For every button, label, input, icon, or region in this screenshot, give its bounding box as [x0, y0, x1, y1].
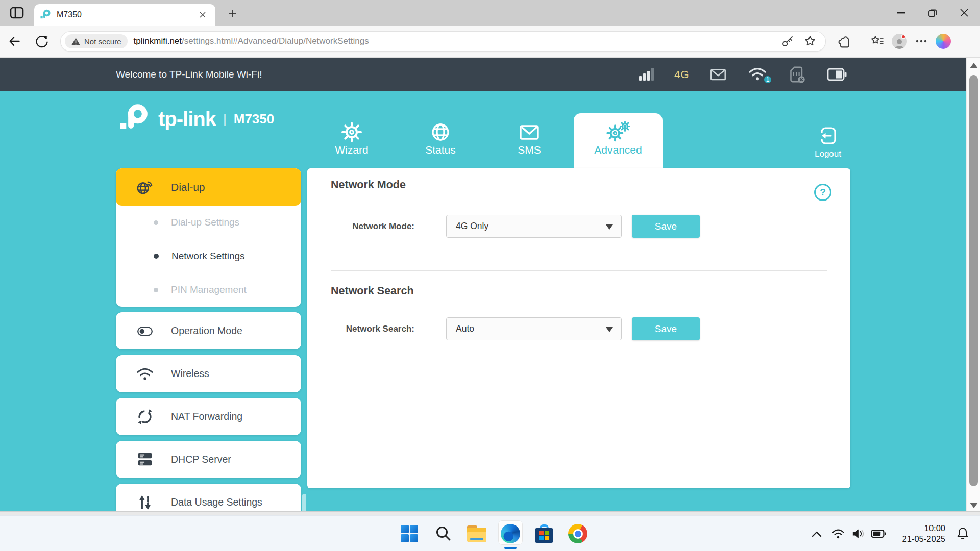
url-text: tplinkmifi.net/settings.html#Advanced/Di…: [134, 36, 369, 46]
settings-panel: Network Mode ? Network Mode: 4G Only Sav…: [307, 168, 850, 488]
system-tray: 10:00 21-05-2025: [805, 516, 973, 551]
tab-wizard[interactable]: Wizard: [307, 91, 396, 168]
chevron-down-icon: [606, 327, 613, 332]
scroll-down-icon[interactable]: [970, 503, 978, 508]
favorite-star-icon[interactable]: [801, 32, 819, 51]
tab-advanced[interactable]: Advanced: [574, 91, 663, 168]
security-label: Not secure: [84, 37, 121, 46]
sidebar-item-label: Data Usage Settings: [171, 496, 262, 508]
sidebar-item-label: Operation Mode: [171, 325, 242, 337]
close-icon[interactable]: [948, 0, 980, 26]
tray-wifi-icon[interactable]: [828, 516, 848, 551]
network-search-value: Auto: [456, 323, 474, 334]
tab-close-icon[interactable]: [196, 8, 209, 21]
mail-icon: [709, 68, 727, 81]
save-button[interactable]: Save: [632, 215, 700, 238]
server-icon: [136, 451, 154, 468]
scroll-up-icon[interactable]: [970, 63, 978, 68]
data-usage-icon: [136, 494, 154, 511]
envelope-icon: [485, 120, 574, 144]
scrollbar-vertical[interactable]: [966, 58, 980, 511]
sidebar-scrollbar[interactable]: [302, 494, 306, 511]
section-divider: [331, 270, 827, 271]
network-search-select[interactable]: Auto: [446, 317, 622, 340]
store-icon[interactable]: [527, 516, 561, 551]
sidebar-subitem-dialup-settings[interactable]: Dial-up Settings: [116, 206, 301, 239]
gears-icon: [574, 120, 663, 144]
dialup-globe-icon: [136, 179, 154, 196]
minimize-icon[interactable]: [885, 0, 917, 26]
favorites-bar-icon[interactable]: [868, 32, 887, 51]
wifi-icon: 1: [747, 66, 768, 83]
address-bar[interactable]: Not secure tplinkmifi.net/settings.html#…: [60, 31, 826, 52]
tray-volume-icon[interactable]: [848, 516, 868, 551]
sidebar-subitem-network-settings[interactable]: Network Settings: [116, 239, 301, 273]
bullet-icon: [154, 220, 158, 225]
tab-status[interactable]: Status: [396, 91, 485, 168]
chevron-down-icon: [606, 224, 613, 230]
bullet-icon: [154, 288, 158, 292]
warning-icon: [71, 37, 81, 46]
screen: M7350: [0, 0, 980, 551]
restore-icon[interactable]: [917, 0, 948, 26]
sidebar-item-dhcp-server[interactable]: DHCP Server: [116, 441, 301, 478]
model-text: M7350: [234, 111, 275, 127]
tab-label: Wizard: [307, 144, 396, 156]
sidebar-item-label: Dial-up: [171, 181, 205, 193]
subitem-label: Dial-up Settings: [171, 217, 239, 228]
sidebar-item-label: Wireless: [171, 368, 209, 380]
profile-notification-dot: [901, 34, 906, 39]
extensions-icon[interactable]: [835, 32, 853, 51]
back-icon[interactable]: [4, 31, 24, 52]
sidebar-item-nat-forwarding[interactable]: NAT Forwarding: [116, 398, 301, 435]
sidebar-item-wireless[interactable]: Wireless: [116, 355, 301, 392]
help-icon[interactable]: ?: [814, 184, 831, 201]
wifi-client-badge: 1: [763, 75, 772, 84]
sidebar-item-operation-mode[interactable]: Operation Mode: [116, 312, 301, 349]
subitem-label: Network Settings: [172, 251, 245, 262]
sidebar-item-data-usage[interactable]: Data Usage Settings: [116, 484, 301, 511]
sidebar-item-label: DHCP Server: [171, 454, 231, 465]
brand-separator: |: [223, 111, 227, 127]
more-icon[interactable]: [912, 32, 930, 51]
person-icon: [893, 38, 905, 49]
scrollbar-thumb[interactable]: [969, 75, 978, 486]
tab-actions-icon[interactable]: [6, 4, 28, 21]
chrome-icon[interactable]: [561, 516, 595, 551]
profile-avatar[interactable]: [892, 34, 907, 49]
chevron-up-icon[interactable]: [805, 516, 828, 551]
copilot-icon[interactable]: [936, 34, 951, 49]
file-explorer-icon[interactable]: [460, 516, 494, 551]
wireless-icon: [136, 366, 154, 382]
refresh-icon[interactable]: [32, 31, 52, 52]
sidebar-subitem-pin-management[interactable]: PIN Management: [116, 273, 301, 307]
new-tab-icon[interactable]: [224, 6, 241, 21]
welcome-text: Welcome to TP-Link Mobile Wi-Fi!: [116, 69, 262, 80]
tray-battery-icon[interactable]: [868, 516, 889, 551]
tab-label: Advanced: [574, 144, 663, 156]
network-mode-row: Network Mode: 4G Only Save: [331, 215, 700, 238]
network-mode-select[interactable]: 4G Only: [446, 215, 622, 238]
page-bottom-strip: [0, 511, 980, 515]
key-icon[interactable]: [778, 32, 797, 51]
edge-icon[interactable]: [494, 516, 527, 551]
start-icon[interactable]: [393, 516, 426, 551]
logout-button[interactable]: Logout: [804, 126, 851, 159]
save-button[interactable]: Save: [632, 317, 700, 340]
section-title-network-search: Network Search: [331, 285, 414, 297]
section-title-network-mode: Network Mode: [331, 179, 406, 191]
network-mode-value: 4G Only: [456, 221, 488, 232]
search-icon[interactable]: [426, 516, 460, 551]
browser-tab[interactable]: M7350: [34, 4, 215, 26]
toolbar-divider: [861, 35, 861, 47]
tab-sms[interactable]: SMS: [485, 91, 574, 168]
gear-icon: [307, 120, 396, 144]
device-status-bar: Welcome to TP-Link Mobile Wi-Fi! 4G 1: [0, 58, 966, 91]
taskbar-clock[interactable]: 10:00 21-05-2025: [902, 523, 945, 544]
bell-icon[interactable]: [952, 516, 973, 551]
security-chip[interactable]: Not secure: [65, 34, 128, 48]
logout-label: Logout: [815, 149, 841, 159]
sidebar-item-dialup[interactable]: Dial-up: [116, 168, 301, 206]
sidebar-group-dialup: Dial-up Dial-up Settings Network Setting…: [116, 168, 301, 307]
brand-text: tp-link: [158, 108, 216, 131]
